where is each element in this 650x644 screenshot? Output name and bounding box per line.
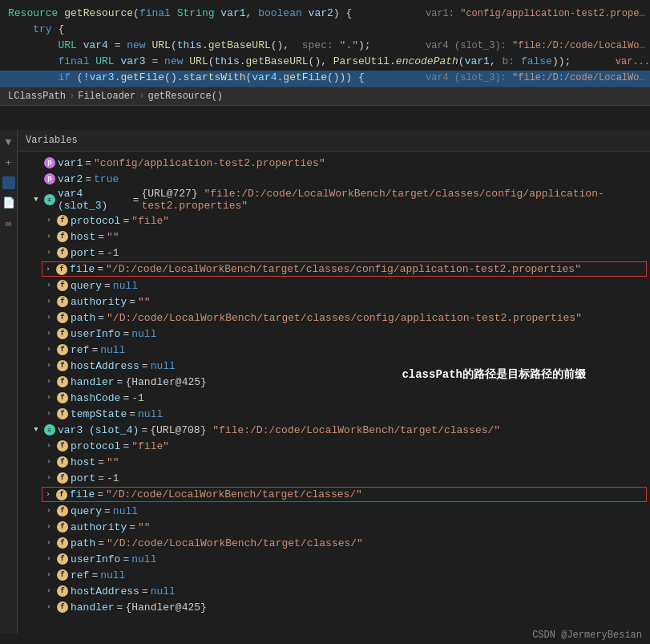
gap-area	[0, 106, 650, 130]
code-line-1-content: Resource getResource(final String var1, …	[8, 7, 410, 19]
var3-userinfo-name: userInfo	[71, 553, 120, 565]
sidebar-strip: ▼ + 📄 ∞	[0, 130, 18, 634]
var4-file-name: file	[70, 263, 95, 275]
badge-f-hostaddress: f	[57, 360, 68, 371]
badge-p-var2: p	[44, 173, 55, 184]
var-row-var3-port[interactable]: › f port = -1	[18, 470, 650, 486]
variables-title: Variables	[26, 135, 78, 146]
var-row-var4-header[interactable]: ▼ ≡ var4 (slot_3) = {URL@727} "file:/D:/…	[18, 187, 650, 213]
var3-host-val: ""	[107, 456, 119, 468]
var3-port-name: port	[71, 472, 95, 484]
var-row-var4-ref[interactable]: › f ref = null	[18, 342, 650, 358]
var4-port-name: port	[71, 247, 95, 259]
var-row-var4-file-boxed[interactable]: › f file = "/D:/code/LocalWorkBench/targ…	[42, 261, 647, 277]
badge-f-var3-query: f	[57, 505, 68, 516]
loop-icon[interactable]: ∞	[2, 217, 16, 231]
var-row-var3-path[interactable]: › f path = "/D:/code/LocalWorkBench/targ…	[18, 535, 650, 551]
var-row-var3-hostaddress[interactable]: › f hostAddress = null	[18, 583, 650, 599]
code-line-5: if (!var3.getFile().startsWith(var4.getF…	[0, 71, 650, 87]
var4-path-name: path	[71, 312, 95, 324]
code-editor: Resource getResource(final String var1, …	[0, 0, 650, 87]
var4-authority-name: authority	[71, 296, 127, 308]
var3-protocol-name: protocol	[71, 440, 120, 452]
badge-f-userinfo: f	[57, 328, 68, 339]
document-icon[interactable]: 📄	[2, 196, 16, 210]
expand-var4[interactable]: ▼	[30, 194, 42, 205]
var-row-var3-ref[interactable]: › f ref = null	[18, 567, 650, 583]
var-row-var1[interactable]: p var1 = "config/application-test2.prope…	[18, 155, 650, 171]
var4-handler-val: {Handler@425}	[125, 376, 206, 388]
watermark-text: CSDN @JermeryBesian	[532, 630, 642, 641]
var4-query-val: null	[113, 280, 138, 292]
expand-icon[interactable]: +	[2, 156, 16, 170]
var4-ref-val: null	[100, 344, 125, 356]
var3-authority-name: authority	[71, 521, 127, 533]
var4-protocol-val: "file"	[131, 215, 169, 227]
var-row-var4-port[interactable]: › f port = -1	[18, 245, 650, 261]
var-row-var3-header[interactable]: ▼ ≡ var3 (slot_4) = {URL@708} "file:/D:/…	[18, 422, 650, 438]
filter-icon[interactable]: ▼	[2, 135, 16, 149]
var3-authority-val: ""	[138, 521, 151, 533]
breadcrumb-item-1[interactable]: LClassPath	[8, 91, 66, 102]
var3-hostaddress-val: null	[151, 585, 176, 597]
expand-var3[interactable]: ▼	[30, 424, 42, 435]
var-row-var4-tempstate[interactable]: › f tempState = null	[18, 406, 650, 422]
var-row-var2[interactable]: p var2 = true	[18, 171, 650, 187]
var-row-var3-userinfo[interactable]: › f userInfo = null	[18, 551, 650, 567]
badge-f-var3-userinfo: f	[57, 553, 68, 565]
var-row-var3-authority[interactable]: › f authority = ""	[18, 519, 650, 535]
selection-indicator[interactable]	[2, 176, 15, 189]
var3-path-val: "/D:/code/LocalWorkBench/target/classes/…	[107, 537, 363, 549]
badge-f-protocol: f	[57, 215, 68, 226]
breadcrumb-bar: LClassPath › FileLoader › getResource()	[0, 87, 650, 106]
badge-f-host: f	[57, 231, 68, 242]
var-row-var3-host[interactable]: › f host = ""	[18, 454, 650, 470]
var-row-var4-userinfo[interactable]: › f userInfo = null	[18, 326, 650, 342]
breadcrumb-sep-2: ›	[139, 91, 144, 102]
breadcrumb-item-2[interactable]: FileLoader	[78, 91, 135, 102]
var4-authority-val: ""	[138, 296, 151, 308]
var3-userinfo-val: null	[131, 553, 156, 565]
badge-f-port: f	[57, 247, 68, 258]
var-row-var3-query[interactable]: › f query = null	[18, 503, 650, 519]
var4-hashcode-val: -1	[131, 392, 144, 404]
var3-hostaddress-name: hostAddress	[71, 585, 139, 597]
var4-host-name: host	[71, 231, 95, 243]
expand-placeholder	[30, 157, 42, 168]
panel-header: Variables	[18, 130, 650, 152]
expand-var4-protocol[interactable]: ›	[43, 215, 55, 226]
var4-handler-name: handler	[71, 376, 115, 388]
var3-ref-name: ref	[71, 569, 89, 581]
code-line-3-content: URL var4 = new URL(this.getBaseURL(), sp…	[8, 39, 410, 51]
var-row-var3-protocol[interactable]: › f protocol = "file"	[18, 438, 650, 454]
code-hint-1: var1: "config/application-test2.propert.…	[410, 8, 650, 19]
var-row-var4-host[interactable]: › f host = ""	[18, 229, 650, 245]
code-line-3: URL var4 = new URL(this.getBaseURL(), sp…	[0, 38, 650, 55]
badge-p-var1: p	[44, 157, 55, 168]
variables-tree[interactable]: p var1 = "config/application-test2.prope…	[18, 152, 650, 618]
var-row-var4-authority[interactable]: › f authority = ""	[18, 294, 650, 310]
var4-userinfo-val: null	[131, 328, 156, 340]
code-hint-4: var...	[600, 56, 650, 67]
var-row-var3-file-boxed[interactable]: › f file = "/D:/code/LocalWorkBench/targ…	[42, 487, 647, 502]
var-row-var3-handler[interactable]: › f handler = {Handler@425}	[18, 599, 650, 615]
var-row-var4-query[interactable]: › f query = null	[18, 277, 650, 294]
var4-file-val: "/D:/code/LocalWorkBench/target/classes/…	[106, 263, 581, 275]
badge-f-handler: f	[57, 376, 68, 387]
val-var2: true	[94, 173, 119, 185]
breadcrumb-item-3[interactable]: getResource()	[147, 91, 223, 102]
var-row-var4-path[interactable]: › f path = "/D:/code/LocalWorkBench/targ…	[18, 310, 650, 326]
var-row-var4-protocol[interactable]: › f protocol = "file"	[18, 213, 650, 229]
badge-f-var3-handler: f	[57, 601, 68, 613]
var4-port-val: -1	[107, 247, 119, 259]
eq-var4: =	[133, 194, 139, 206]
var-row-var4-hostaddress[interactable]: › f hostAddress = null	[18, 358, 650, 374]
var3-handler-val: {Handler@425}	[125, 601, 206, 614]
var4-host-val: ""	[107, 231, 119, 243]
var3-ref-val: null	[100, 569, 125, 581]
var4-hostaddress-val: null	[151, 360, 176, 372]
var-row-var4-handler[interactable]: › f handler = {Handler@425}	[18, 374, 650, 390]
var-row-var4-hashcode[interactable]: › f hashCode = -1	[18, 390, 650, 406]
val-var4: {URL@727} "file:/D:/code/LocalWorkBench/…	[141, 188, 650, 212]
var-name-var1: var1	[58, 157, 83, 169]
